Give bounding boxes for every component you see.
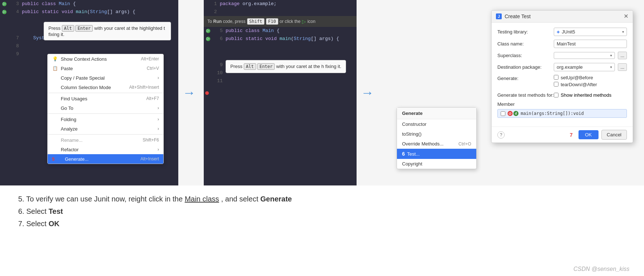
run-btn-p2-5[interactable]: ▷ <box>206 29 210 33</box>
line-num-9: 9 <box>8 51 19 58</box>
line-num-p2-11: 11 <box>212 77 223 85</box>
testing-library-select[interactable]: ◈ JUnit5 ▾ <box>554 28 627 36</box>
dialog-title-icon: J <box>496 13 502 19</box>
run-instructions: To Run code, press Shift F10 or click th… <box>204 16 357 27</box>
bottom-text: 5. To verify we can use Junit now, reigh… <box>0 185 644 237</box>
teardown-checkbox[interactable] <box>554 82 558 87</box>
destination-package-select[interactable]: org.example ▾ <box>554 63 615 71</box>
line-num-p2-9: 9 <box>212 61 223 69</box>
class-name-input[interactable] <box>554 40 627 48</box>
menu-label-find-usages: Find Usages <box>61 96 87 101</box>
generate-section: Generate: setUp/@Before tearDown/@After <box>497 75 627 89</box>
refactor-arrow: › <box>158 147 159 152</box>
code-line-3: ▷ 3 public class Main { <box>0 0 178 8</box>
junit-icon: ◈ <box>557 29 560 34</box>
kbd-enter-2: Enter <box>257 63 275 70</box>
dialog-footer: ? 7 OK Cancel <box>492 127 633 143</box>
menu-item-folding[interactable]: Folding › <box>48 115 163 124</box>
generate-test-methods-label: Generate test methods for: <box>497 92 554 98</box>
menu-item-analyze[interactable]: Analyze › <box>48 124 163 133</box>
menu-item-go-to[interactable]: Go To › <box>48 103 163 113</box>
dialog-close-button[interactable]: ✕ <box>624 13 628 19</box>
menu-separator-2 <box>48 113 163 114</box>
kbd-f10: F10 <box>266 18 278 25</box>
bottom-line-3: 7. Select OK <box>18 217 626 230</box>
menu-separator-3 <box>48 134 163 135</box>
code-panel-2: 1 package org.example; 2 To Run code, pr… <box>204 0 357 185</box>
generate-item-copyright[interactable]: Copyright <box>397 159 476 169</box>
class-name-label: Class name: <box>497 41 554 47</box>
bottom-line-1-underline: Main class <box>185 195 219 203</box>
cancel-button[interactable]: Cancel <box>601 130 627 140</box>
member-text: main(args:String[]):void <box>521 111 584 116</box>
arrow-1-icon: → <box>183 85 196 100</box>
menu-item-column-selection[interactable]: Column Selection Mode Alt+Shift+Insert <box>48 83 163 92</box>
generate-item-test[interactable]: 6 Test... <box>397 149 476 159</box>
folding-icon <box>52 116 58 122</box>
testing-library-dropdown-arrow: ▾ <box>622 30 624 34</box>
breakpoint-dot <box>205 91 209 95</box>
line-num-p2-6: 6 <box>212 35 223 43</box>
line-num-8: 8 <box>8 43 19 50</box>
run-btn-4[interactable]: ▷ <box>2 10 7 14</box>
dialog-title-bar: J Create Test ✕ <box>492 11 633 23</box>
bottom-line-1-plain: 5. To verify we can use Junit now, reigh… <box>18 195 185 203</box>
superclass-row: Superclass: ▾ ... <box>497 52 627 59</box>
menu-item-generate[interactable]: 5 Generate... Alt+Insert <box>48 154 163 164</box>
menu-item-rename[interactable]: Rename... Shift+F6 <box>48 135 163 145</box>
member-icons: @ d <box>508 111 518 116</box>
generate-item-constructor[interactable]: Constructor <box>397 119 476 129</box>
generate-menu: Generate Constructor toString() Override… <box>397 107 477 169</box>
kbd-alt-2: Alt <box>244 63 256 70</box>
generate-section-label: Generate: <box>497 75 554 81</box>
run-btn-3[interactable]: ▷ <box>2 2 7 6</box>
menu-label-folding: Folding <box>61 117 76 122</box>
member-row[interactable]: @ d main(args:String[]):void <box>497 109 627 118</box>
superclass-label: Superclass: <box>497 53 554 58</box>
menu-shortcut-paste: Ctrl+V <box>147 66 159 71</box>
bottom-line-3-plain: 7. Select <box>18 220 48 228</box>
setup-checkbox[interactable] <box>554 75 558 80</box>
csdn-watermark: CSDN @sensen_kiss <box>573 266 629 272</box>
play-icon: ▷ <box>302 19 306 24</box>
bottom-line-2-plain: 6. Select <box>18 207 48 215</box>
gutter-p2-9: 9 <box>206 61 226 69</box>
tooltip-box-1: Press Alt Enter with your caret at the h… <box>44 22 171 40</box>
show-inherited-checkbox[interactable] <box>554 93 558 97</box>
context-menu: 💡 Show Context Actions Alt+Enter 📋 Paste… <box>47 54 164 164</box>
arrow-1-container: → <box>178 0 200 185</box>
superclass-ellipsis-button[interactable]: ... <box>618 52 627 59</box>
line-num-p2-10: 10 <box>212 69 223 77</box>
destination-package-ellipsis-button[interactable]: ... <box>618 63 627 71</box>
tooltip-1-press: Press <box>48 25 60 31</box>
run-btn-p2-6[interactable]: ▷ <box>206 37 210 41</box>
code-line-p2-11: 11 <box>204 77 357 85</box>
generate-menu-title: Generate <box>397 108 476 119</box>
setup-label: setUp/@Before <box>561 75 593 80</box>
blank-line-2: 2 <box>204 8 357 16</box>
generate-item-tostring[interactable]: toString() <box>397 129 476 139</box>
bottom-line-1: 5. To verify we can use Junit now, reigh… <box>18 193 626 205</box>
member-checkbox[interactable] <box>501 111 505 116</box>
member-header-text: Member <box>497 101 515 107</box>
code-text-p2-5: public class Main { <box>226 27 279 35</box>
menu-item-refactor[interactable]: Refactor › <box>48 145 163 154</box>
menu-item-copy-paste-special[interactable]: Copy / Paste Special › <box>48 73 163 83</box>
gutter-p2-11: 11 <box>206 77 226 85</box>
footer-buttons: 7 OK Cancel <box>570 130 627 140</box>
menu-item-paste[interactable]: 📋 Paste Ctrl+V <box>48 64 163 73</box>
generate-label-test: Test... <box>407 151 420 157</box>
ok-button[interactable]: OK <box>579 130 599 139</box>
column-selection-icon <box>52 84 58 90</box>
tooltip-2-suffix: with your caret at the h fixing it. <box>276 64 341 69</box>
menu-separator-1 <box>48 93 163 93</box>
line-num-2: 2 <box>206 8 217 16</box>
menu-item-find-usages[interactable]: Find Usages Alt+F7 <box>48 94 163 103</box>
menu-item-show-context[interactable]: 💡 Show Context Actions Alt+Enter <box>48 54 163 64</box>
superclass-select[interactable]: ▾ <box>554 52 615 59</box>
code-text-3: public class Main { <box>22 0 76 8</box>
generate-shortcut-override: Ctrl+O <box>458 141 471 147</box>
generate-item-override[interactable]: Override Methods... Ctrl+O <box>397 139 476 149</box>
help-button[interactable]: ? <box>497 131 505 139</box>
step-7-num: 7 <box>570 132 573 138</box>
